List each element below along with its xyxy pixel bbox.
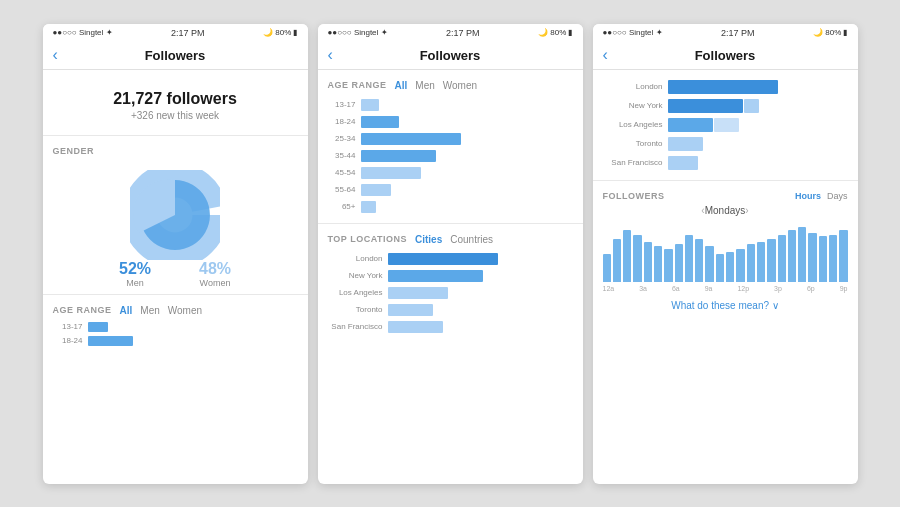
day-nav: ‹Mondays›	[603, 205, 848, 216]
chevron-left-icon[interactable]: ‹	[701, 205, 704, 216]
followers-count: 21,727 followers +326 new this week	[53, 80, 298, 135]
chevron-right-icon[interactable]: ›	[745, 205, 748, 216]
status-battery-1: 🌙 80% ▮	[263, 28, 297, 37]
age-header-2: AGE RANGE All Men Women	[328, 80, 573, 91]
pie-chart	[130, 170, 220, 260]
hour-9p: 9p	[840, 285, 848, 292]
what-link[interactable]: What do these mean? ∨	[603, 300, 848, 311]
nav-title-3: Followers	[695, 48, 756, 63]
s2-bar-1824	[361, 116, 399, 128]
screen2-content: AGE RANGE All Men Women 13-17 18-24 25-3…	[318, 70, 583, 484]
s2-row-3544: 35-44	[328, 150, 573, 162]
s2-filter-women[interactable]: Women	[443, 80, 477, 91]
age-row-1824: 18-24	[53, 336, 298, 346]
s2-lbl-1824: 18-24	[328, 117, 356, 126]
hours-header: FOLLOWERS Hours Days	[603, 191, 848, 201]
hour-bar-6	[664, 249, 672, 282]
status-battery-2: 🌙 80% ▮	[538, 28, 572, 37]
city-bars-newyork	[668, 99, 759, 113]
city-bars-sf	[668, 156, 698, 170]
hour-bar-16	[767, 239, 775, 282]
filter-countries[interactable]: Countries	[450, 234, 493, 245]
loc-label: TOP LOCATIONS	[328, 234, 408, 244]
city-seg1-london	[668, 80, 778, 94]
hour-bar-21	[819, 236, 827, 282]
status-time-1: 2:17 PM	[171, 28, 205, 38]
filter-all-1[interactable]: All	[120, 305, 133, 316]
s2-filter-men[interactable]: Men	[415, 80, 434, 91]
hour-bar-0	[603, 254, 611, 282]
city-la: Los Angeles	[603, 118, 848, 132]
filter-hours[interactable]: Hours	[795, 191, 821, 201]
city-seg1-newyork	[668, 99, 743, 113]
loc-bars: London New York Los Angeles Toronto San …	[328, 253, 573, 333]
city-lbl-toronto: Toronto	[603, 139, 663, 148]
s2-bar-5564	[361, 184, 391, 196]
city-seg2-newyork	[744, 99, 759, 113]
s2-bar-2534	[361, 133, 461, 145]
hour-bar-19	[798, 227, 806, 282]
age-bar-1824	[88, 336, 133, 346]
s2-row-1824: 18-24	[328, 116, 573, 128]
city-seg1-la	[668, 118, 713, 132]
s2-lbl-65plus: 65+	[328, 202, 356, 211]
loc-lbl-toronto: Toronto	[328, 305, 383, 314]
city-lbl-la: Los Angeles	[603, 120, 663, 129]
women-label: 48% Women	[199, 260, 231, 288]
city-bars-la	[668, 118, 739, 132]
s2-bar-3544	[361, 150, 436, 162]
men-text: Men	[119, 278, 151, 288]
s2-filter-all[interactable]: All	[395, 80, 408, 91]
back-button-2[interactable]: ‹	[328, 46, 333, 64]
hour-bar-18	[788, 230, 796, 282]
city-sf: San Francisco	[603, 156, 848, 170]
followers-sub: +326 new this week	[53, 110, 298, 121]
status-bar-1: ●●○○○ Singtel ✦ 2:17 PM 🌙 80% ▮	[43, 24, 308, 42]
hour-labels: 12a 3a 6a 9a 12p 3p 6p 9p	[603, 285, 848, 292]
divider-1	[43, 135, 308, 136]
age-header: AGE RANGE All Men Women	[53, 305, 298, 316]
hour-bar-22	[829, 235, 837, 282]
filter-men-1[interactable]: Men	[140, 305, 159, 316]
s2-row-4554: 45-54	[328, 167, 573, 179]
city-seg1-toronto	[668, 137, 703, 151]
screen-2: ●●○○○ Singtel ✦ 2:17 PM 🌙 80% ▮ ‹ Follow…	[318, 24, 583, 484]
city-bars-toronto	[668, 137, 703, 151]
age-label-2: AGE RANGE	[328, 80, 387, 90]
age-label-1: AGE RANGE	[53, 305, 112, 315]
loc-sf: San Francisco	[328, 321, 573, 333]
pie-labels: 52% Men 48% Women	[95, 260, 255, 288]
hour-12a: 12a	[603, 285, 615, 292]
hour-bar-5	[654, 246, 662, 282]
hour-bar-10	[705, 246, 713, 282]
screens-container: ●●○○○ Singtel ✦ 2:17 PM 🌙 80% ▮ ‹ Follow…	[0, 0, 900, 507]
filter-women-1[interactable]: Women	[168, 305, 202, 316]
hour-bar-13	[736, 249, 744, 282]
filter-cities[interactable]: Cities	[415, 234, 442, 245]
filter-days[interactable]: Days	[827, 191, 848, 201]
men-pct: 52%	[119, 260, 151, 277]
women-text: Women	[199, 278, 231, 288]
s2-row-5564: 55-64	[328, 184, 573, 196]
divider-s3	[593, 180, 858, 181]
hour-bar-2	[623, 230, 631, 282]
back-button-3[interactable]: ‹	[603, 46, 608, 64]
hours-bar-chart	[603, 222, 848, 282]
city-seg1-sf	[668, 156, 698, 170]
hour-3p: 3p	[774, 285, 782, 292]
followers-label: FOLLOWERS	[603, 191, 665, 201]
back-button-1[interactable]: ‹	[53, 46, 58, 64]
women-pct: 48%	[199, 260, 231, 277]
nav-bar-1: ‹ Followers	[43, 42, 308, 70]
loc-bar-sf	[388, 321, 443, 333]
hour-bar-14	[747, 244, 755, 282]
loc-london: London	[328, 253, 573, 265]
age-bars-1: 13-17 18-24	[53, 322, 298, 346]
hour-12p: 12p	[737, 285, 749, 292]
hour-9a: 9a	[705, 285, 713, 292]
loc-toronto: Toronto	[328, 304, 573, 316]
status-carrier-3: ●●○○○ Singtel ✦	[603, 28, 663, 37]
city-london: London	[603, 80, 848, 94]
loc-lbl-newyork: New York	[328, 271, 383, 280]
divider-s2	[318, 223, 583, 224]
